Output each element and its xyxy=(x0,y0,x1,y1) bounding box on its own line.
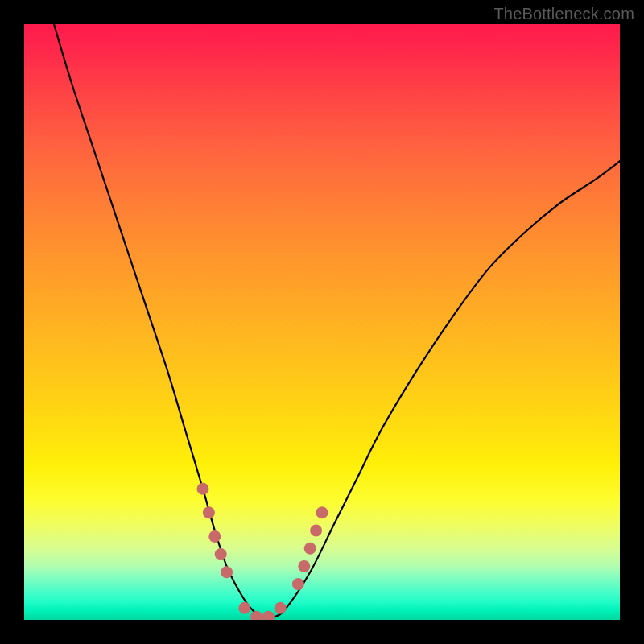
marker-right-cluster xyxy=(310,525,322,537)
marker-valley-cluster xyxy=(250,611,262,620)
marker-left-cluster xyxy=(215,548,227,560)
markers-group xyxy=(197,483,328,620)
bottleneck-curve xyxy=(54,24,620,618)
marker-right-cluster xyxy=(304,543,316,555)
marker-left-cluster xyxy=(197,483,209,495)
marker-left-cluster xyxy=(208,530,221,543)
chart-container: TheBottleneck.com xyxy=(0,0,644,644)
curve-svg xyxy=(24,24,620,620)
marker-right-cluster xyxy=(292,578,304,590)
marker-left-cluster xyxy=(203,506,215,518)
marker-valley-cluster xyxy=(238,602,250,614)
marker-valley-cluster xyxy=(275,602,287,614)
marker-left-cluster xyxy=(221,566,233,578)
marker-valley-cluster xyxy=(262,611,275,620)
watermark-text: TheBottleneck.com xyxy=(493,5,634,23)
plot-area xyxy=(24,24,620,620)
marker-right-cluster xyxy=(298,560,310,572)
marker-right-cluster xyxy=(316,506,328,518)
